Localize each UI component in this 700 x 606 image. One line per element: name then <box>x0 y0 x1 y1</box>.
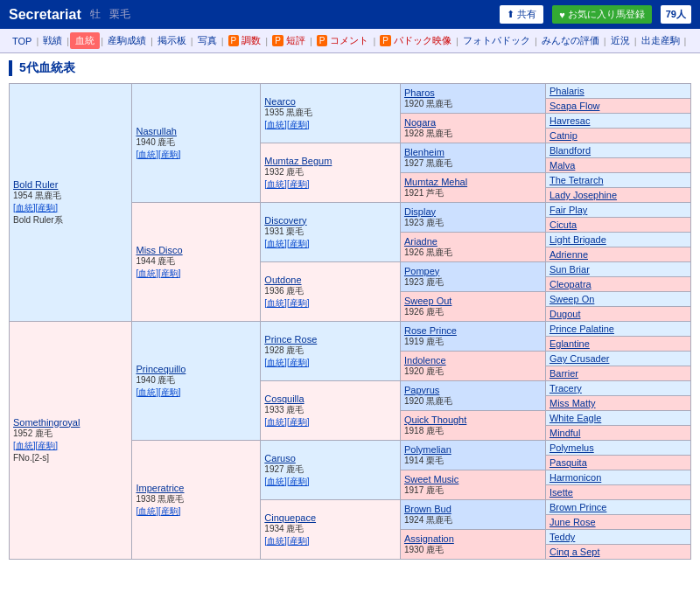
gen5-prince-palatine: Prince Palatine <box>545 322 690 337</box>
header: Secretariat 牡 栗毛 ⬆ 共有 ♥ お気に入り馬登録 79人 <box>0 0 700 29</box>
nav-p1[interactable]: P 調数 <box>225 32 265 49</box>
share-button[interactable]: ⬆ 共有 <box>500 5 543 24</box>
section-title: 5代血統表 <box>9 60 691 76</box>
gen4-pharos: Pharos 1920 黒鹿毛 <box>400 84 545 114</box>
gen5-eglantine: Eglantine <box>545 337 690 352</box>
nav-recent[interactable]: 近況 <box>607 32 634 49</box>
gen5-sweep-on: Sweep On <box>545 292 690 307</box>
gen5-tracery: Tracery <box>545 381 690 396</box>
gen4-sweet-music: Sweet Music 1917 鹿毛 <box>400 470 545 500</box>
gen5-the-tetrarch: The Tetrarch <box>545 173 690 188</box>
page-content: 5代血統表 Bold Ruler 1954 黒鹿毛 [血統][産駒] Bold … <box>0 53 700 567</box>
nav-photopad[interactable]: フォトパドック <box>459 32 534 49</box>
nav-start[interactable]: 出走産駒 <box>638 32 683 49</box>
gen5-sun-briar: Sun Briar <box>545 262 690 277</box>
nav-rating[interactable]: みんなの評価 <box>538 32 603 49</box>
gen4-assignation: Assignation 1930 鹿毛 <box>400 530 545 560</box>
gen1-bold-ruler: Bold Ruler 1954 黒鹿毛 [血統][産駒] Bold Ruler系 <box>10 84 132 322</box>
gen5-mindful: Mindful <box>545 426 690 441</box>
nav-offspring[interactable]: 産駒成績 <box>104 32 150 49</box>
gen5-scapa-flow: Scapa Flow <box>545 99 690 114</box>
nav-p4[interactable]: P パドック映像 <box>376 32 455 49</box>
gen5-catnip: Catnip <box>545 129 690 143</box>
gen5-miss-matty: Miss Matty <box>545 396 690 411</box>
gen3-nearco: Nearco 1935 黒鹿毛 [血統][産駒] <box>261 84 401 143</box>
fav-icon: ♥ <box>559 10 565 20</box>
nav-p2[interactable]: P 短評 <box>269 32 309 49</box>
gen4-nogara: Nogara 1928 黒鹿毛 <box>400 114 545 143</box>
horse-sex: 牡 <box>90 7 101 22</box>
share-icon: ⬆ <box>507 9 514 20</box>
gen5-phalaris: Phalaris <box>545 84 690 99</box>
gen4-rose-prince: Rose Prince 1919 鹿毛 <box>400 322 545 352</box>
gen2-princequillo: Princequillo 1940 鹿毛 [血統][産駒] <box>132 322 261 441</box>
gen5-blandford: Blandford <box>545 143 690 158</box>
table-row: Somethingroyal 1952 鹿毛 [血統][産駒] FNo.[2-s… <box>10 322 691 337</box>
horse-name: Secretariat <box>9 7 81 23</box>
fav-count: 79人 <box>661 5 691 24</box>
gen3-outdone: Outdone 1936 鹿毛 [血統][産駒] <box>261 262 401 322</box>
gen4-ariadne: Ariadne 1926 黒鹿毛 <box>400 233 545 262</box>
gen5-havresac: Havresac <box>545 114 690 129</box>
gen5-harmonicon: Harmonicon <box>545 470 690 485</box>
gen1-somethingroyal: Somethingroyal 1952 鹿毛 [血統][産駒] FNo.[2-s… <box>10 322 132 560</box>
gen4-papyrus: Papyrus 1920 黒鹿毛 <box>400 381 545 411</box>
gen3-caruso: Caruso 1927 鹿毛 [血統][産駒] <box>261 441 401 500</box>
gen4-blenheim: Blenheim 1927 黒鹿毛 <box>400 143 545 173</box>
nav-board[interactable]: 掲示板 <box>154 32 190 49</box>
fav-button[interactable]: ♥ お気に入り馬登録 <box>552 5 652 24</box>
gen3-cosquilla: Cosquilla 1933 鹿毛 [血統][産駒] <box>261 381 401 441</box>
gen5-brown-prince: Brown Prince <box>545 500 690 515</box>
gen3-discovery: Discovery 1931 栗毛 [血統][産駒] <box>261 203 401 262</box>
table-row: Bold Ruler 1954 黒鹿毛 [血統][産駒] Bold Ruler系… <box>10 84 691 99</box>
gen5-cleopatra: Cleopatra <box>545 277 690 292</box>
nav-top[interactable]: TOP <box>9 34 35 48</box>
gen5-cicuta: Cicuta <box>545 218 690 233</box>
gen5-malva: Malva <box>545 158 690 173</box>
gen5-lady-josephine: Lady Josephine <box>545 188 690 203</box>
gen5-pasquita: Pasquita <box>545 456 690 470</box>
gen4-brown-bud: Brown Bud 1924 黒鹿毛 <box>400 500 545 530</box>
gen5-teddy: Teddy <box>545 530 690 545</box>
gen2-nasrullah: Nasrullah 1940 鹿毛 [血統][産駒] <box>132 84 261 203</box>
gen5-fair-play: Fair Play <box>545 203 690 218</box>
gen5-white-eagle: White Eagle <box>545 411 690 426</box>
gen5-isette: Isette <box>545 485 690 500</box>
nav-p3[interactable]: P コメント <box>313 32 373 49</box>
gen5-june-rose: June Rose <box>545 515 690 530</box>
gen3-cinquepace: Cinquepace 1934 鹿毛 [血統][産駒] <box>261 500 401 560</box>
gen4-polymelian: Polymelian 1914 栗毛 <box>400 441 545 470</box>
nav-record[interactable]: 戦績 <box>39 32 66 49</box>
gen4-display: Display 1923 鹿毛 <box>400 203 545 233</box>
nav-bloodline[interactable]: 血統 <box>70 32 100 49</box>
pedigree-table: Bold Ruler 1954 黒鹿毛 [血統][産駒] Bold Ruler系… <box>9 83 691 560</box>
gen5-light-brigade: Light Brigade <box>545 233 690 247</box>
gen5-gay-crusader: Gay Crusader <box>545 352 690 366</box>
gen3-mumtaz-begum: Mumtaz Begum 1932 鹿毛 [血統][産駒] <box>261 143 401 203</box>
gen3-prince-rose: Prince Rose 1928 鹿毛 [血統][産駒] <box>261 322 401 381</box>
navigation: TOP | 戦績 | 血統 | 産駒成績 | 掲示板 | 写真 | P 調数 |… <box>0 29 700 53</box>
gen4-pompey: Pompey 1923 鹿毛 <box>400 262 545 292</box>
gen5-cinq-a-sept: Cinq a Sept <box>545 545 690 560</box>
gen2-imperatrice: Imperatrice 1938 黒鹿毛 [血統][産駒] <box>132 441 261 560</box>
gen5-dugout: Dugout <box>545 307 690 322</box>
gen5-adrienne: Adrienne <box>545 247 690 262</box>
gen2-miss-disco: Miss Disco 1944 鹿毛 [血統][産駒] <box>132 203 261 322</box>
horse-color: 栗毛 <box>109 7 130 22</box>
gen4-mumtaz-mehal: Mumtaz Mehal 1921 芦毛 <box>400 173 545 203</box>
gen4-indolence: Indolence 1920 鹿毛 <box>400 352 545 381</box>
gen5-polymelus: Polymelus <box>545 441 690 456</box>
gen5-barrier: Barrier <box>545 366 690 381</box>
gen4-sweep-out: Sweep Out 1926 鹿毛 <box>400 292 545 322</box>
nav-photo[interactable]: 写真 <box>194 32 220 49</box>
gen4-quick-thought: Quick Thought 1918 鹿毛 <box>400 411 545 441</box>
